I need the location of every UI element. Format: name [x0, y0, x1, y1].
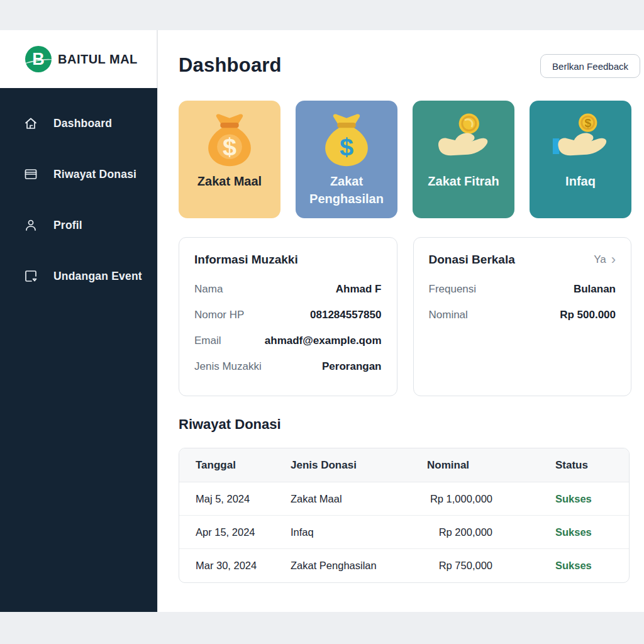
sidebar-item-label: Undangan Event	[53, 270, 142, 283]
category-card-label: Zakat Fitrah	[423, 172, 504, 190]
info-label: Email	[194, 335, 221, 347]
card-zakat-maal[interactable]: $ Zakat Maal	[179, 101, 280, 218]
info-label: Nomor HP	[194, 309, 244, 321]
sidebar-item-profil[interactable]: Profil	[0, 211, 157, 239]
info-value: ahmadf@example.qom	[265, 335, 382, 347]
sidebar-item-undangan-event[interactable]: Undangan Event	[0, 262, 157, 290]
event-invite-icon	[23, 269, 38, 284]
table-row: Mar 30, 2024 Zakat Penghasilan Rp 750,00…	[179, 549, 629, 582]
svg-text:$: $	[584, 116, 591, 130]
info-value: Ahmad F	[336, 283, 382, 296]
cell-date: Apr 15, 2024	[196, 526, 291, 538]
info-label: Jenis Muzakki	[194, 360, 262, 373]
chevron-right-icon: ›	[611, 253, 616, 267]
status-badge: Sukses	[555, 493, 613, 505]
brand-header: B BAITUL MAL	[0, 30, 157, 88]
cell-date: Mar 30, 2024	[196, 560, 291, 572]
muzakki-info-title: Informasi Muzakki	[194, 253, 298, 267]
info-value: Bulanan	[574, 283, 616, 296]
table-row: Apr 15, 2024 Infaq Rp 200,000 Sukses	[179, 516, 629, 549]
info-label: Nama	[194, 283, 223, 296]
info-row-nomor-hp: Nomor HP 081284557850	[194, 309, 382, 321]
cell-type: Zakat Penghasilan	[291, 560, 414, 572]
info-row-jenis-muzakki: Jenis Muzakki Perorangan	[194, 360, 382, 373]
category-card-label: Infaq	[560, 172, 601, 190]
card-zakat-penghasilan[interactable]: $ Zakat Penghasilan	[296, 101, 397, 218]
hand-coin-icon: $	[551, 111, 610, 170]
category-cards-row: $ Zakat Maal $ Zakat Penghasilan	[179, 101, 631, 218]
card-list-icon	[23, 167, 38, 182]
cell-nominal: Rp 750,000	[414, 560, 555, 572]
recurring-donation-link[interactable]: Ya ›	[594, 253, 616, 267]
cell-type: Infaq	[291, 526, 414, 538]
main-content: Dashboard Berlkan Feedback $ Zakat Maal	[157, 30, 644, 612]
card-zakat-fitrah[interactable]: Zakat Fitrah	[413, 101, 514, 218]
cell-type: Zakat Maal	[291, 493, 414, 505]
table-body: Maj 5, 2024 Zakat Maal Rp 1,000,000 Suks…	[179, 482, 629, 582]
info-row-nominal: Nominal Rp 500.000	[429, 309, 616, 321]
home-icon	[23, 116, 38, 131]
svg-text:$: $	[340, 133, 353, 160]
sidebar-item-label: Dashboard	[53, 117, 112, 130]
info-cards-row: Informasi Muzakki Nama Ahmad F Nomor HP …	[179, 237, 631, 396]
app-window: B BAITUL MAL Dashboard Riwayat Donasi Pr…	[0, 30, 644, 612]
money-bag-icon: $	[317, 111, 376, 170]
info-value: Rp 500.000	[560, 309, 616, 321]
recurring-donation-title: Donasi Berkala	[429, 253, 515, 267]
cell-date: Maj 5, 2024	[196, 493, 291, 505]
column-header-tanggal: Tanggal	[196, 459, 291, 472]
table-row: Maj 5, 2024 Zakat Maal Rp 1,000,000 Suks…	[179, 482, 629, 516]
cell-nominal: Rp 1,000,000	[414, 493, 555, 505]
feedback-button[interactable]: Berlkan Feedback	[540, 54, 640, 78]
brand-logo-icon: B	[25, 46, 52, 72]
info-value: Perorangan	[322, 360, 381, 373]
brand-name: BAITUL MAL	[58, 52, 138, 67]
column-header-jenis-donasi: Jenis Donasi	[291, 459, 414, 472]
hand-coin-icon	[434, 111, 493, 170]
status-badge: Sukses	[555, 526, 613, 538]
donation-history-title: Riwayat Donasi	[179, 416, 281, 433]
muzakki-info-card: Informasi Muzakki Nama Ahmad F Nomor HP …	[179, 237, 397, 396]
sidebar: Dashboard Riwayat Donasi Profil Undangan…	[0, 88, 157, 612]
info-label: Frequensi	[429, 283, 477, 296]
column-header-nominal: Nominal	[414, 459, 555, 472]
sidebar-item-riwayat-donasi[interactable]: Riwayat Donasi	[0, 160, 157, 188]
page-title: Dashboard	[179, 54, 282, 77]
donation-history-table: Tanggal Jenis Donasi Nominal Status Maj …	[179, 448, 630, 583]
info-row-email: Email ahmadf@example.qom	[194, 335, 382, 347]
status-badge: Sukses	[555, 560, 613, 572]
sidebar-item-label: Riwayat Donasi	[53, 168, 136, 181]
category-card-label: Zakat Penghasilan	[296, 172, 397, 208]
info-value: 081284557850	[310, 309, 381, 321]
info-label: Nominal	[429, 309, 468, 321]
info-row-frequensi: Frequensi Bulanan	[429, 283, 616, 296]
info-row-nama: Nama Ahmad F	[194, 283, 382, 296]
recurring-donation-card: Donasi Berkala Ya › Frequensi Bulanan No…	[413, 237, 632, 396]
card-infaq[interactable]: $ Infaq	[530, 101, 631, 218]
svg-text:$: $	[223, 133, 236, 160]
recurring-donation-value: Ya	[594, 253, 606, 266]
column-header-status: Status	[555, 459, 613, 472]
user-icon	[23, 218, 38, 233]
sidebar-item-label: Profil	[53, 219, 82, 232]
sidebar-item-dashboard[interactable]: Dashboard	[0, 109, 157, 137]
cell-nominal: Rp 200,000	[414, 526, 555, 538]
money-bag-icon: $	[200, 111, 259, 170]
category-card-label: Zakat Maal	[192, 172, 267, 190]
table-header-row: Tanggal Jenis Donasi Nominal Status	[179, 448, 629, 482]
